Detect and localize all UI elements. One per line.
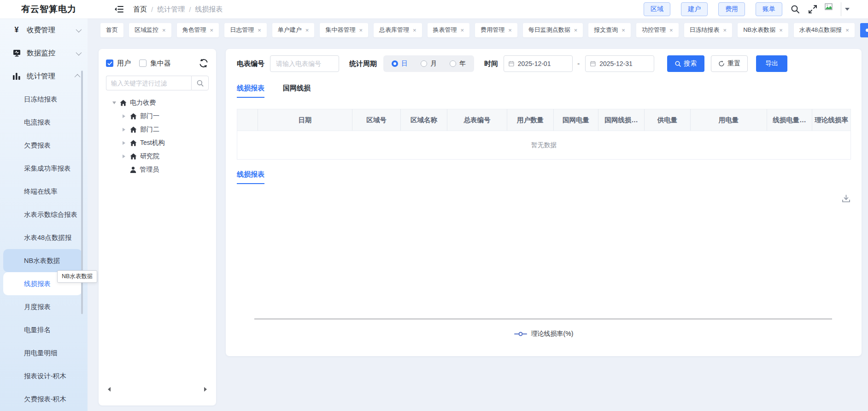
user-checkbox-label[interactable]: 用户 <box>117 59 131 68</box>
tree-node-test-org[interactable]: Test机构 <box>106 136 209 149</box>
start-date-picker[interactable] <box>504 55 573 72</box>
caret-collapsed-icon[interactable] <box>123 114 129 118</box>
sidebar-item-collection-success-rate[interactable]: 采集成功率报表 <box>3 157 82 180</box>
quick-button-fee[interactable]: 费用 <box>718 2 745 16</box>
end-date-input[interactable] <box>599 60 649 67</box>
content-row: 用户 集中器 <box>88 39 868 411</box>
tab-daily-freeze-report[interactable]: 日冻结报表× <box>684 23 733 37</box>
tree-node-dept2[interactable]: 部门二 <box>106 123 209 136</box>
download-chart-button[interactable] <box>842 194 850 205</box>
sidebar-group-statistics[interactable]: 统计管理 <box>0 65 88 88</box>
tab-message-query[interactable]: 报文查询× <box>588 23 631 37</box>
tab-region-monitor[interactable]: 区域监控× <box>129 23 171 37</box>
close-icon[interactable]: × <box>413 27 416 33</box>
tree-node-root[interactable]: 电力收费 <box>106 96 209 109</box>
quick-button-bill[interactable]: 账单 <box>756 2 782 16</box>
col-select <box>237 109 258 131</box>
sidebar-item-nb-water-meter-data[interactable]: NB水表数据 <box>3 249 82 272</box>
scroll-right-icon[interactable] <box>204 387 207 392</box>
tab-power-control[interactable]: 功控管理× <box>636 23 679 37</box>
user-menu-caret-icon[interactable] <box>845 8 850 11</box>
tab-line-loss-table[interactable]: 线损报表 <box>237 84 264 98</box>
tab-line-loss-report[interactable]: 线损报表× <box>860 23 868 37</box>
caret-collapsed-icon[interactable] <box>123 155 129 158</box>
sidebar-item-energy-ranking[interactable]: 电量排名 <box>3 318 82 341</box>
tree-search-input[interactable] <box>106 76 191 90</box>
tab-master-meter-library[interactable]: 总表库管理× <box>374 23 422 37</box>
col-supply-energy: 供电量 <box>645 109 691 131</box>
quick-button-region[interactable]: 区域 <box>644 2 670 16</box>
caret-expanded-icon[interactable] <box>112 101 119 104</box>
tab-meter-replacement[interactable]: 换表管理× <box>428 23 470 37</box>
tab-role-management[interactable]: 角色管理× <box>177 23 219 37</box>
close-icon[interactable]: × <box>622 27 625 33</box>
radio-day[interactable]: 日 <box>392 60 408 68</box>
radio-month[interactable]: 月 <box>421 60 437 68</box>
close-icon[interactable]: × <box>723 27 727 33</box>
close-icon[interactable]: × <box>574 27 578 33</box>
close-icon[interactable]: × <box>210 27 214 33</box>
sidebar-item-arrears-report[interactable]: 欠费报表 <box>3 134 82 157</box>
user-avatar[interactable] <box>825 2 841 16</box>
close-icon[interactable]: × <box>258 27 261 33</box>
close-icon[interactable]: × <box>669 27 673 33</box>
concentrator-checkbox[interactable] <box>139 60 147 67</box>
sidebar-item-daily-freeze-report[interactable]: 日冻结报表 <box>3 88 82 111</box>
sidebar-item-report-design-jimu[interactable]: 报表设计-积木 <box>3 364 82 387</box>
sidebar-fold-icon[interactable] <box>114 4 124 14</box>
radio-year[interactable]: 年 <box>450 60 466 68</box>
header-search-button[interactable] <box>791 5 800 14</box>
tree-refresh-button[interactable] <box>199 58 209 68</box>
tree-node-admin[interactable]: 管理员 <box>106 163 209 176</box>
caret-collapsed-icon[interactable] <box>123 128 129 131</box>
tab-state-grid-line-loss[interactable]: 国网线损 <box>283 84 311 98</box>
sidebar-item-water-meter-48pt-report[interactable]: 水表48点数据报 <box>3 226 82 249</box>
sidebar-item-arrears-report-jimu[interactable]: 欠费报表-积木 <box>3 387 82 411</box>
search-icon <box>197 80 204 87</box>
tab-single-account[interactable]: 单户建户× <box>272 23 315 37</box>
radio-label: 日 <box>401 60 408 68</box>
start-date-input[interactable] <box>518 60 568 67</box>
meter-no-input[interactable] <box>270 55 339 72</box>
scroll-left-icon[interactable] <box>108 387 111 392</box>
close-icon[interactable]: × <box>359 27 363 33</box>
tab-fee-management[interactable]: 费用管理× <box>475 23 517 37</box>
home-icon <box>120 100 127 106</box>
sidebar-item-current-report[interactable]: 电流报表 <box>3 111 82 134</box>
quick-button-create-account[interactable]: 建户 <box>681 2 708 16</box>
tree-node-dept1[interactable]: 部门一 <box>106 109 209 123</box>
close-icon[interactable]: × <box>162 27 166 33</box>
search-button[interactable]: 搜索 <box>667 55 704 72</box>
sidebar-group-data-monitor[interactable]: 数据监控 <box>0 42 88 65</box>
tab-log-management[interactable]: 日志管理× <box>224 23 267 37</box>
tab-home[interactable]: 首页 <box>100 23 123 37</box>
chevron-down-icon <box>76 49 82 55</box>
end-date-picker[interactable] <box>585 55 654 72</box>
sidebar-group-fee-management[interactable]: ¥ 收费管理 <box>0 18 88 42</box>
reset-button[interactable]: 重置 <box>711 55 748 72</box>
sidebar-item-terminal-online-rate[interactable]: 终端在线率 <box>3 180 82 203</box>
close-icon[interactable]: × <box>508 27 512 33</box>
sidebar-item-energy-usage-detail[interactable]: 用电量明细 <box>3 341 82 364</box>
export-button[interactable]: 导出 <box>756 55 787 72</box>
tab-water-meter-48pt-report[interactable]: 水表48点数据报× <box>794 23 855 37</box>
sidebar-item-water-meter-reading-report[interactable]: 水表示数综合报表 <box>3 203 82 226</box>
tab-daily-monitoring-point-data[interactable]: 每日监测点数据× <box>523 23 583 37</box>
tree-search-button[interactable] <box>191 76 209 90</box>
tab-nb-water-meter-data[interactable]: NB水表数据× <box>738 23 788 37</box>
concentrator-checkbox-label[interactable]: 集中器 <box>150 59 171 68</box>
caret-collapsed-icon[interactable] <box>123 141 129 145</box>
tab-concentrator-management[interactable]: 集中器管理× <box>320 23 368 37</box>
close-icon[interactable]: × <box>845 27 849 33</box>
chart-legend[interactable]: 理论线损率(%) <box>237 330 850 338</box>
sidebar-item-monthly-report[interactable]: 月度报表 <box>3 295 82 318</box>
tab-line-loss-chart[interactable]: 线损报表 <box>237 170 264 184</box>
close-icon[interactable]: × <box>779 27 783 33</box>
breadcrumb-home[interactable]: 首页 <box>133 5 147 14</box>
tree-node-research-institute[interactable]: 研究院 <box>106 149 209 163</box>
close-icon[interactable]: × <box>461 27 464 33</box>
fullscreen-button[interactable] <box>808 5 817 14</box>
sidebar-tooltip: NB水表数据 <box>57 270 97 283</box>
user-checkbox[interactable] <box>106 60 113 67</box>
close-icon[interactable]: × <box>305 27 309 33</box>
